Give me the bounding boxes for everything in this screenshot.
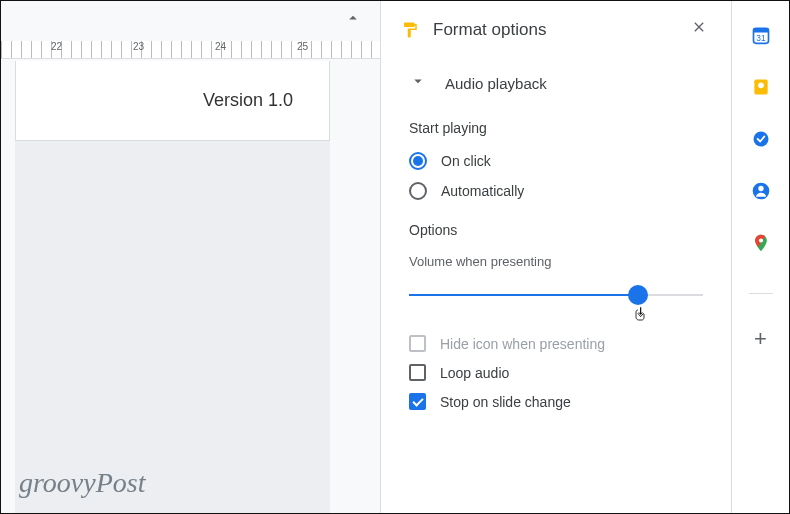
slide-text: Version 1.0 <box>203 90 293 111</box>
svg-rect-1 <box>753 28 768 32</box>
contacts-icon[interactable] <box>751 181 771 201</box>
checkbox-label: Loop audio <box>440 365 509 381</box>
side-addon-rail: 31 + <box>731 1 789 513</box>
horizontal-ruler: 22 23 24 25 <box>1 41 380 59</box>
radio-icon <box>409 182 427 200</box>
rail-divider <box>749 293 773 294</box>
panel-title: Format options <box>433 20 673 40</box>
svg-point-7 <box>758 186 763 191</box>
radio-label: Automatically <box>441 183 524 199</box>
checkbox-stop-on-change[interactable]: Stop on slide change <box>381 387 731 416</box>
checkbox-loop-audio[interactable]: Loop audio <box>381 358 731 387</box>
svg-point-4 <box>758 82 764 88</box>
calendar-icon[interactable]: 31 <box>751 25 771 45</box>
slider-track-fill <box>409 294 638 296</box>
panel-header: Format options <box>381 1 731 62</box>
cursor-icon <box>632 305 648 326</box>
ruler-mark: 24 <box>215 41 226 52</box>
slide-background <box>15 141 330 513</box>
format-options-panel: Format options Audio playback Start play… <box>381 1 731 513</box>
volume-hint: Volume when presenting <box>381 248 731 287</box>
slider-thumb[interactable] <box>628 285 648 305</box>
slide-canvas-area: 22 23 24 25 Version 1.0 groovyPost <box>1 1 381 513</box>
chevron-down-icon <box>409 72 427 94</box>
slide-content[interactable]: Version 1.0 <box>15 61 330 141</box>
options-heading: Options <box>381 218 731 248</box>
start-playing-heading: Start playing <box>381 116 731 146</box>
collapse-ruler-button[interactable] <box>344 9 362 31</box>
ruler-mark: 25 <box>297 41 308 52</box>
section-toggle[interactable]: Audio playback <box>381 62 731 116</box>
volume-slider[interactable] <box>409 287 703 303</box>
add-addon-button[interactable]: + <box>754 326 767 352</box>
ruler-mark: 23 <box>133 41 144 52</box>
checkbox-label: Stop on slide change <box>440 394 571 410</box>
checkbox-icon <box>409 393 426 410</box>
radio-on-click[interactable]: On click <box>381 146 731 176</box>
tasks-icon[interactable] <box>751 129 771 149</box>
checkbox-icon <box>409 364 426 381</box>
radio-automatically[interactable]: Automatically <box>381 176 731 206</box>
radio-icon <box>409 152 427 170</box>
radio-label: On click <box>441 153 491 169</box>
checkbox-icon <box>409 335 426 352</box>
checkbox-label: Hide icon when presenting <box>440 336 605 352</box>
svg-point-8 <box>758 238 762 242</box>
svg-point-5 <box>753 132 768 147</box>
close-panel-button[interactable] <box>687 15 711 44</box>
format-paint-icon <box>401 20 419 40</box>
svg-text:31: 31 <box>756 33 766 43</box>
checkbox-hide-icon[interactable]: Hide icon when presenting <box>381 329 731 358</box>
ruler-mark: 22 <box>51 41 62 52</box>
maps-icon[interactable] <box>751 233 771 253</box>
section-title: Audio playback <box>445 75 547 92</box>
keep-icon[interactable] <box>751 77 771 97</box>
